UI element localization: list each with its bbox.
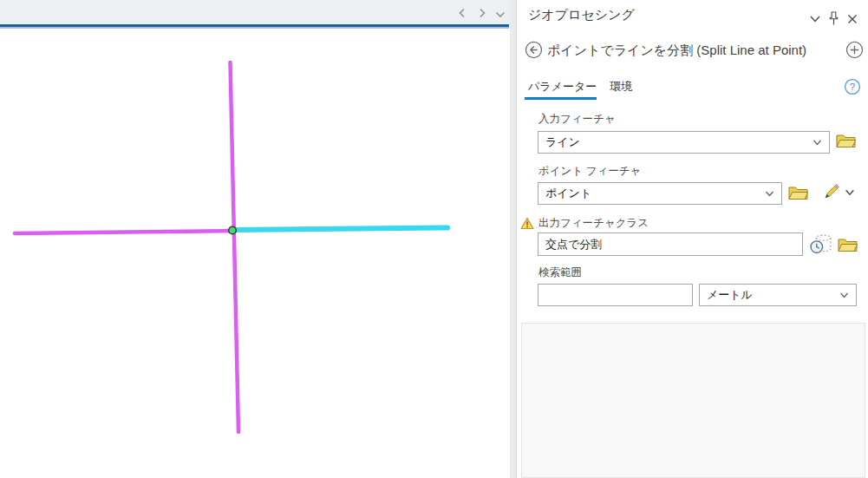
back-button[interactable]: [525, 41, 543, 59]
left-line-feature[interactable]: [15, 231, 232, 233]
vertical-line-feature[interactable]: [231, 62, 239, 432]
tab-scroll-left-icon[interactable]: [456, 7, 468, 19]
app-window: ジオプロセシング ポイントでラインを分割 (Split Line at Poin…: [0, 0, 868, 478]
browse-folder-icon[interactable]: [788, 184, 808, 200]
search-radius-input[interactable]: [538, 284, 693, 306]
tab-parameters-underline: [525, 97, 597, 100]
output-feature-class-value: 交点で分割: [545, 237, 602, 252]
panel-title: ジオプロセシング: [528, 7, 635, 23]
pencil-menu-chevron-icon[interactable]: [845, 189, 855, 196]
browse-folder-icon[interactable]: [838, 236, 858, 252]
svg-text:?: ?: [850, 82, 855, 92]
tab-scroll-right-icon[interactable]: [476, 7, 488, 19]
geoprocessing-panel: ジオプロセシング ポイントでラインを分割 (Split Line at Poin…: [516, 0, 868, 478]
close-icon[interactable]: [846, 13, 858, 25]
search-radius-unit-value: メートル: [707, 287, 753, 303]
chevron-down-icon[interactable]: [839, 292, 849, 298]
search-radius-label: 検索範囲: [538, 265, 582, 280]
map-tab-bar: [0, 0, 510, 24]
selected-line-feature[interactable]: [232, 228, 447, 231]
output-feature-class-input[interactable]: 交点で分割: [538, 232, 803, 256]
chevron-down-icon[interactable]: [765, 191, 774, 197]
temporary-output-icon[interactable]: [809, 233, 832, 255]
panel-scroll-area: [521, 323, 865, 478]
help-icon[interactable]: ?: [844, 78, 861, 95]
output-feature-class-label: 出力フィーチャクラス: [538, 216, 649, 231]
edit-pencil-icon[interactable]: [822, 181, 841, 200]
split-point-feature[interactable]: [229, 226, 237, 234]
tool-title: ポイントでラインを分割 (Split Line at Point): [547, 43, 806, 59]
tab-list-chevron-down-icon[interactable]: [494, 9, 506, 21]
tab-parameters[interactable]: パラメーター: [528, 79, 597, 95]
point-features-label: ポイント フィーチャ: [538, 164, 641, 179]
input-features-combo[interactable]: ライン: [538, 131, 830, 154]
input-features-label: 入力フィーチャ: [538, 112, 616, 127]
input-features-value: ライン: [545, 134, 580, 150]
map-canvas[interactable]: [0, 29, 510, 478]
browse-folder-icon[interactable]: [836, 132, 856, 148]
panel-chevron-down-icon[interactable]: [809, 15, 821, 23]
warning-icon: [520, 217, 534, 230]
pane-splitter[interactable]: [510, 0, 516, 478]
point-features-value: ポイント: [545, 186, 591, 201]
add-to-project-button[interactable]: [845, 41, 864, 59]
chevron-down-icon[interactable]: [813, 140, 822, 146]
point-features-combo[interactable]: ポイント: [538, 182, 782, 205]
pin-icon[interactable]: [828, 11, 839, 26]
tab-environments[interactable]: 環境: [610, 79, 632, 95]
search-radius-unit-combo[interactable]: メートル: [699, 284, 857, 306]
